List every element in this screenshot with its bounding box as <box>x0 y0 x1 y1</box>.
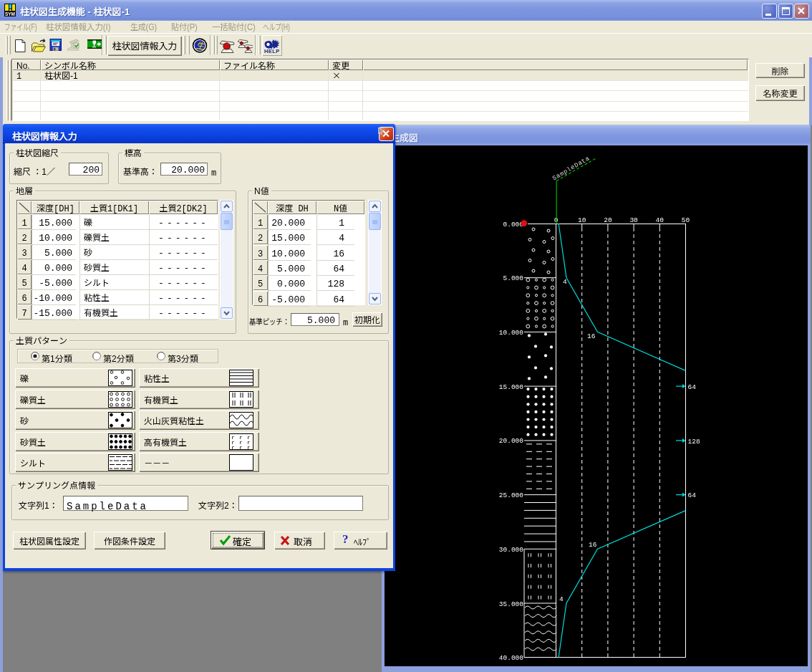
svg-text:35.000: 35.000 <box>499 600 524 608</box>
svg-text:r: r <box>231 444 235 450</box>
svg-text:5.000: 5.000 <box>503 274 523 282</box>
svg-text:20: 20 <box>604 216 612 224</box>
svg-text:64: 64 <box>688 383 697 391</box>
svg-text:4: 4 <box>563 278 567 286</box>
svg-text:0.000: 0.000 <box>503 221 523 229</box>
svg-text:10: 10 <box>578 216 586 224</box>
svg-text:50: 50 <box>682 216 690 224</box>
svg-text:SYM: SYM <box>5 11 15 16</box>
svg-text:16: 16 <box>587 332 596 340</box>
svg-text:128: 128 <box>688 438 700 446</box>
svg-text:r: r <box>247 444 251 450</box>
svg-text:30: 30 <box>629 216 638 224</box>
svg-text:40.000: 40.000 <box>499 654 524 662</box>
svg-text:r: r <box>239 444 243 450</box>
svg-text:15.000: 15.000 <box>499 383 524 391</box>
svg-text:10.000: 10.000 <box>499 329 524 337</box>
svg-text:40: 40 <box>656 216 664 224</box>
svg-text:20.000: 20.000 <box>499 437 524 445</box>
svg-text:16: 16 <box>589 541 597 549</box>
svg-text:25.000: 25.000 <box>499 491 524 499</box>
svg-text:SampleData: SampleData <box>551 155 591 182</box>
svg-text:30.000: 30.000 <box>499 546 524 554</box>
svg-text:HELP: HELP <box>264 48 280 54</box>
svg-text:4: 4 <box>559 595 564 603</box>
svg-text:64: 64 <box>688 491 697 499</box>
